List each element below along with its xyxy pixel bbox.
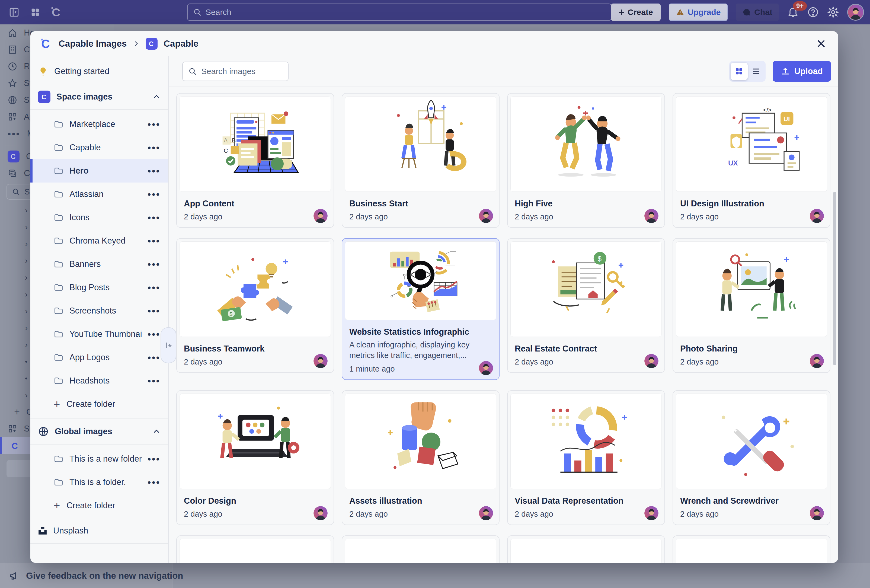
image-card[interactable]: Color Design 2 days ago [176,390,334,525]
close-button[interactable] [813,36,829,51]
create-folder-button-2[interactable]: + Create folder [30,494,168,517]
card-title: Assets illustration [349,496,492,506]
image-card[interactable]: $ Real Estate Contract 2 days ago [507,238,665,373]
list-view-button[interactable] [748,63,764,80]
grid-view-button[interactable] [731,63,748,80]
image-search-input[interactable]: Search images [182,61,289,81]
notifications-button[interactable]: 9+ [787,6,799,18]
sidebar-folder-item[interactable]: Hero ••• [30,159,168,183]
settings-button[interactable] [827,6,839,18]
image-search-placeholder: Search images [201,67,255,76]
capable-app-icon: C [10,440,21,451]
card-title: Wrench and Screwdriver [680,496,823,506]
scrollbar-thumb[interactable] [833,192,836,365]
card-timestamp: 2 days ago [515,212,657,221]
card-title: High Five [515,199,657,208]
folder-icon [54,283,64,292]
card-owner-avatar [644,209,658,223]
image-card-partial[interactable] [673,535,830,563]
breadcrumb-current[interactable]: Capable [164,39,198,49]
divider [30,418,168,419]
card-timestamp: 2 days ago [184,212,326,221]
sidebar-folder-item[interactable]: Capable ••• [30,136,168,159]
sidebar-folder-item[interactable]: Marketplace ••• [30,113,168,136]
help-button[interactable] [807,6,819,18]
sidebar-toggle-button[interactable] [7,5,21,19]
svg-text:UI: UI [784,116,790,123]
sidebar-collapse-handle[interactable] [161,327,176,363]
upload-button[interactable]: Upload [773,61,831,82]
card-thumbnail [676,241,827,337]
sidebar-folder-item[interactable]: Blog Posts ••• [30,276,168,299]
card-thumbnail [345,393,496,489]
card-owner-avatar [810,506,824,520]
sidebar-folder-item[interactable]: This is a folder. ••• [30,470,168,494]
app-switcher-button[interactable] [28,5,42,19]
global-search-input[interactable]: Search [187,3,612,21]
image-card-partial[interactable] [176,535,334,563]
capable-logo[interactable]: C [49,5,64,19]
unsplash-item[interactable]: Unsplash [30,521,168,540]
svg-text:C: C [42,93,46,101]
create-folder-button[interactable]: + Create folder [30,393,168,416]
breadcrumb: C Capable Images C Capable [40,37,198,50]
card-title: Website Statistics Infographic [349,327,492,337]
folder-icon [54,166,64,176]
image-card[interactable]: $ Business Teamwork 2 days ago [176,238,334,373]
user-avatar[interactable] [847,4,864,21]
card-footer: UI Design Illustration 2 days ago [673,195,830,227]
card-timestamp: 2 days ago [515,357,657,366]
sidebar-folder-item[interactable]: Icons ••• [30,206,168,229]
image-card[interactable]: UI UX </> UI Design Illustration 2 days … [673,93,830,228]
sidebar-folder-item[interactable]: Headshots ••• [30,369,168,393]
image-grid: ABC App Content 2 days ago [169,87,838,563]
image-card-partial[interactable]: New Post [342,535,499,563]
sidebar-folder-item[interactable]: Atlassian ••• [30,183,168,206]
image-card[interactable]: Visual Data Representation 2 days ago [507,390,665,525]
svg-text:C: C [149,40,153,48]
image-card[interactable]: ABC App Content 2 days ago [176,93,334,228]
sidebar-folder-item[interactable]: Banners ••• [30,253,168,276]
image-card[interactable]: Website Statistics Infographic A clean i… [342,238,499,380]
capable-space-icon: C [146,38,158,50]
feedback-bar: Give feedback on the new navigation [0,563,870,588]
search-icon [188,67,197,76]
image-card[interactable]: Assets illustration 2 days ago [342,390,499,525]
chevron-up-icon[interactable] [152,93,161,101]
image-card[interactable]: Business Start 2 days ago [342,93,499,228]
svg-text:C: C [12,441,18,451]
image-card[interactable]: High Five 2 days ago [507,93,665,228]
sidebar-folder-item[interactable]: App Logos ••• [30,346,168,369]
sidebar-folder-item[interactable]: YouTube Thumbnails ••• [30,323,168,346]
chat-button[interactable]: Chat [736,3,779,21]
dialog-content: Search images Upload [169,56,838,563]
getting-started-item[interactable]: Getting started [30,61,168,81]
card-title: Real Estate Contract [515,344,657,354]
dialog-sidebar: Getting started C Space images Marketpla… [30,56,169,563]
global-images-section[interactable]: Global images [30,422,168,441]
card-title: UI Design Illustration [680,199,823,208]
sidebar-folder-item[interactable]: Chroma Keyed ••• [30,229,168,253]
image-card[interactable]: Wrench and Screwdriver 2 days ago [673,390,830,525]
chevron-up-icon[interactable] [152,427,161,436]
card-thumbnail [180,539,331,563]
feedback-link[interactable]: Give feedback on the new navigation [26,571,183,581]
card-thumbnail [676,393,827,489]
folder-icon [54,236,64,246]
image-card-partial[interactable] [507,535,665,563]
create-button[interactable]: + Create [611,3,660,21]
search-icon [12,188,20,196]
sidebar-folder-item[interactable]: Screenshots ••• [30,299,168,323]
capable-images-dialog: C Capable Images C Capable Getting start… [30,31,838,563]
breadcrumb-root[interactable]: Capable Images [58,39,127,49]
space-images-section[interactable]: C Space images [30,87,168,107]
divider [30,543,168,544]
upgrade-button[interactable]: Upgrade [669,3,728,21]
folder-icon [54,213,64,222]
view-toggle [729,61,766,82]
divider [30,109,168,110]
image-card[interactable]: Photo Sharing 2 days ago [673,238,830,373]
star-icon [7,78,17,88]
sidebar-folder-item[interactable]: This is a new folder ••• [30,447,168,470]
svg-text:C: C [10,153,16,160]
